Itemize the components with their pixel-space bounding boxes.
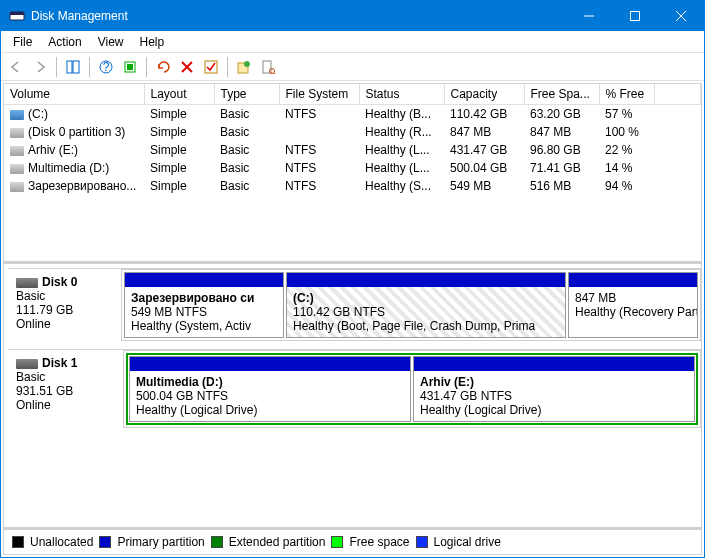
- volume-pct: 94 %: [599, 177, 654, 195]
- menubar: File Action View Help: [1, 31, 704, 53]
- partition-title: Multimedia (D:): [136, 375, 404, 389]
- col-capacity[interactable]: Capacity: [444, 84, 524, 105]
- forward-button[interactable]: [29, 56, 51, 78]
- volume-type: Basic: [214, 159, 279, 177]
- refresh-button[interactable]: [119, 56, 141, 78]
- partition-size: 500.04 GB NTFS: [136, 389, 404, 403]
- new-button[interactable]: [233, 56, 255, 78]
- svg-rect-14: [205, 61, 217, 73]
- volume-table[interactable]: Volume Layout Type File System Status Ca…: [4, 84, 701, 195]
- volume-fs: NTFS: [279, 141, 359, 159]
- volume-capacity: 500.04 GB: [444, 159, 524, 177]
- drive-icon: [10, 128, 24, 138]
- volume-status: Healthy (L...: [359, 141, 444, 159]
- disk-state: Online: [16, 398, 115, 412]
- col-free[interactable]: Free Spa...: [524, 84, 599, 105]
- swatch-extended: [211, 536, 223, 548]
- extended-partition[interactable]: Multimedia (D:)500.04 GB NTFSHealthy (Lo…: [126, 353, 698, 425]
- svg-point-16: [244, 61, 250, 67]
- swatch-logical: [416, 536, 428, 548]
- disk-row: Disk 0Basic111.79 GBOnlineЗарезервирован…: [8, 268, 701, 341]
- delete-button[interactable]: [176, 56, 198, 78]
- help-button[interactable]: ?: [95, 56, 117, 78]
- volume-row[interactable]: (Disk 0 partition 3)SimpleBasicHealthy (…: [4, 123, 701, 141]
- partition[interactable]: Arhiv (E:)431.47 GB NTFSHealthy (Logical…: [413, 356, 695, 422]
- partition-status: Healthy (Recovery Partiti: [575, 305, 691, 319]
- menu-action[interactable]: Action: [40, 33, 89, 51]
- properties-button[interactable]: [257, 56, 279, 78]
- col-volume[interactable]: Volume: [4, 84, 144, 105]
- volume-layout: Simple: [144, 159, 214, 177]
- volume-row[interactable]: (C:)SimpleBasicNTFSHealthy (B...110.42 G…: [4, 105, 701, 124]
- app-icon: [9, 8, 25, 24]
- column-headers[interactable]: Volume Layout Type File System Status Ca…: [4, 84, 701, 105]
- volume-free: 516 MB: [524, 177, 599, 195]
- volume-row[interactable]: Arhiv (E:)SimpleBasicNTFSHealthy (L...43…: [4, 141, 701, 159]
- legend-free: Free space: [349, 535, 409, 549]
- partition[interactable]: Multimedia (D:)500.04 GB NTFSHealthy (Lo…: [129, 356, 411, 422]
- partition-title: (C:): [293, 291, 559, 305]
- menu-help[interactable]: Help: [132, 33, 173, 51]
- disk-row: Disk 1Basic931.51 GBOnlineMultimedia (D:…: [8, 349, 701, 428]
- partition-stripe: [414, 357, 694, 371]
- volume-capacity: 431.47 GB: [444, 141, 524, 159]
- menu-view[interactable]: View: [90, 33, 132, 51]
- menu-file[interactable]: File: [5, 33, 40, 51]
- back-button[interactable]: [5, 56, 27, 78]
- partition-stripe: [287, 273, 565, 287]
- disk-name: Disk 0: [42, 275, 77, 289]
- close-button[interactable]: [658, 1, 704, 31]
- volume-type: Basic: [214, 123, 279, 141]
- legend-extended: Extended partition: [229, 535, 326, 549]
- partition-status: Healthy (Boot, Page File, Crash Dump, Pr…: [293, 319, 559, 333]
- view-button[interactable]: [62, 56, 84, 78]
- disk-label[interactable]: Disk 0Basic111.79 GBOnline: [8, 269, 121, 341]
- volume-free: 71.41 GB: [524, 159, 599, 177]
- volume-name: Arhiv (E:): [28, 143, 78, 157]
- volume-capacity: 110.42 GB: [444, 105, 524, 124]
- partition[interactable]: 847 MBHealthy (Recovery Partiti: [568, 272, 698, 338]
- disk-type: Basic: [16, 370, 115, 384]
- volume-fs: [279, 123, 359, 141]
- col-fs[interactable]: File System: [279, 84, 359, 105]
- drive-icon: [10, 110, 24, 120]
- volume-list-pane[interactable]: Volume Layout Type File System Status Ca…: [4, 84, 701, 264]
- volume-status: Healthy (B...: [359, 105, 444, 124]
- minimize-button[interactable]: [566, 1, 612, 31]
- partition[interactable]: Зарезервировано си549 MB NTFSHealthy (Sy…: [124, 272, 284, 338]
- volume-capacity: 549 MB: [444, 177, 524, 195]
- volume-name: Multimedia (D:): [28, 161, 109, 175]
- legend-unallocated: Unallocated: [30, 535, 93, 549]
- col-type[interactable]: Type: [214, 84, 279, 105]
- disk-state: Online: [16, 317, 113, 331]
- col-status[interactable]: Status: [359, 84, 444, 105]
- volume-fs: NTFS: [279, 159, 359, 177]
- drive-icon: [10, 146, 24, 156]
- partition-stripe: [125, 273, 283, 287]
- disk-graphical-pane[interactable]: Disk 0Basic111.79 GBOnlineЗарезервирован…: [4, 264, 701, 530]
- partition[interactable]: (C:)110.42 GB NTFSHealthy (Boot, Page Fi…: [286, 272, 566, 338]
- disk-size: 111.79 GB: [16, 303, 113, 317]
- maximize-button[interactable]: [612, 1, 658, 31]
- col-pct[interactable]: % Free: [599, 84, 654, 105]
- col-layout[interactable]: Layout: [144, 84, 214, 105]
- disk-name: Disk 1: [42, 356, 77, 370]
- volume-layout: Simple: [144, 123, 214, 141]
- legend: Unallocated Primary partition Extended p…: [4, 530, 701, 554]
- check-button[interactable]: [200, 56, 222, 78]
- volume-free: 847 MB: [524, 123, 599, 141]
- titlebar[interactable]: Disk Management: [1, 1, 704, 31]
- volume-row[interactable]: Multimedia (D:)SimpleBasicNTFSHealthy (L…: [4, 159, 701, 177]
- volume-row[interactable]: Зарезервировано...SimpleBasicNTFSHealthy…: [4, 177, 701, 195]
- legend-primary: Primary partition: [117, 535, 204, 549]
- volume-layout: Simple: [144, 105, 214, 124]
- volume-type: Basic: [214, 141, 279, 159]
- legend-logical: Logical drive: [434, 535, 501, 549]
- volume-type: Basic: [214, 105, 279, 124]
- partition-size: 549 MB NTFS: [131, 305, 277, 319]
- disk-label[interactable]: Disk 1Basic931.51 GBOnline: [8, 350, 123, 428]
- partition-size: 431.47 GB NTFS: [420, 389, 688, 403]
- volume-name: (Disk 0 partition 3): [28, 125, 125, 139]
- toolbar: ?: [1, 53, 704, 81]
- rescan-button[interactable]: [152, 56, 174, 78]
